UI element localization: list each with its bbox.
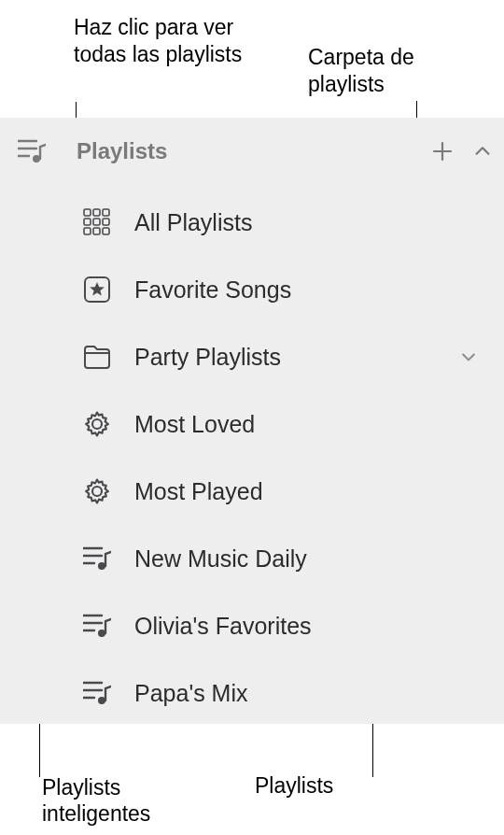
svg-rect-10: [93, 219, 100, 225]
svg-rect-8: [103, 209, 109, 216]
sidebar-item-olivias-favorites[interactable]: Olivia's Favorites: [0, 592, 504, 659]
svg-rect-13: [93, 228, 100, 234]
sidebar-item-label: New Music Daily: [134, 545, 307, 573]
svg-rect-12: [84, 228, 91, 234]
svg-rect-11: [103, 219, 109, 225]
folder-icon: [78, 344, 116, 370]
grid-icon: [78, 208, 116, 236]
sidebar-item-most-played[interactable]: Most Played: [0, 458, 504, 525]
sidebar-item-label: All Playlists: [134, 209, 252, 236]
sidebar-item-all-playlists[interactable]: All Playlists: [0, 189, 504, 256]
svg-rect-7: [93, 209, 100, 216]
sidebar-item-label: Olivia's Favorites: [134, 613, 312, 640]
playlists-header-row[interactable]: Playlists: [0, 125, 504, 177]
callout-all-playlists: Haz clic para ver todas las playlists: [74, 14, 260, 68]
playlists-sidebar: Playlists All Playlists: [0, 118, 504, 724]
sidebar-item-papas-mix[interactable]: Papa's Mix: [0, 659, 504, 727]
playlist-icon: [78, 546, 116, 571]
playlist-icon: [78, 681, 116, 705]
sidebar-item-favorite-songs[interactable]: Favorite Songs: [0, 256, 504, 323]
gear-icon: [78, 410, 116, 438]
sidebar-item-new-music-daily[interactable]: New Music Daily: [0, 525, 504, 592]
svg-rect-6: [84, 209, 91, 216]
sidebar-item-label: Papa's Mix: [134, 680, 247, 707]
sidebar-item-label: Favorite Songs: [134, 276, 291, 304]
star-box-icon: [78, 276, 116, 304]
sidebar-item-most-loved[interactable]: Most Loved: [0, 390, 504, 458]
playlists-list: All Playlists Favorite Songs Party Playl…: [0, 177, 504, 727]
sidebar-item-label: Most Played: [134, 478, 263, 505]
svg-rect-14: [103, 228, 109, 234]
playlists-header-title: Playlists: [77, 138, 431, 164]
callout-playlists: Playlists: [255, 772, 441, 800]
sidebar-item-label: Most Loved: [134, 411, 255, 438]
collapse-section-button[interactable]: [472, 141, 493, 162]
playlist-icon: [78, 614, 116, 638]
add-playlist-button[interactable]: [431, 140, 454, 163]
sidebar-item-party-playlists-folder[interactable]: Party Playlists: [0, 323, 504, 390]
expand-folder-button[interactable]: [459, 347, 478, 366]
sidebar-item-label: Party Playlists: [134, 344, 281, 371]
gear-icon: [78, 477, 116, 505]
svg-rect-9: [84, 219, 91, 225]
callout-folder: Carpeta de playlists: [308, 44, 495, 98]
callout-smart: Playlists inteligentes: [42, 774, 229, 828]
playlist-section-icon: [15, 139, 49, 163]
